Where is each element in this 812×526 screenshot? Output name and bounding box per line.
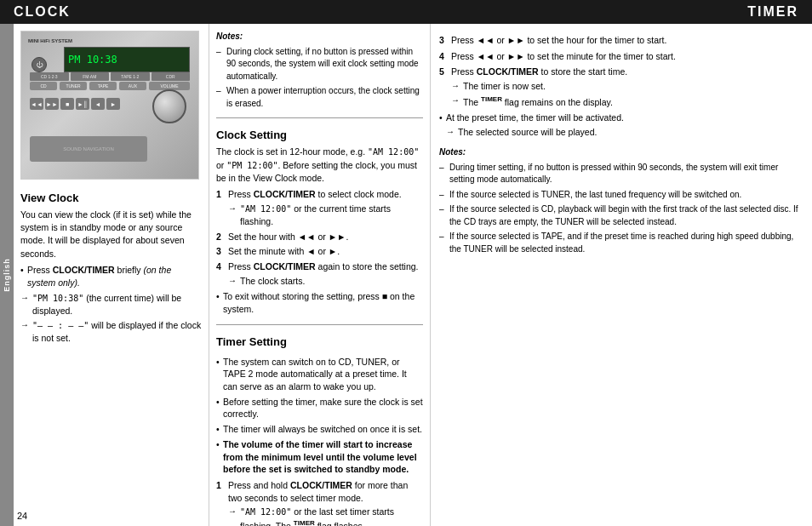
timer-bullet-1: The system can switch on to CD, TUNER, o… bbox=[216, 356, 423, 393]
clock-step-4-arrow: The clock starts. bbox=[228, 275, 423, 288]
view-clock-title: View Clock bbox=[20, 192, 202, 204]
clock-step-2: 2 Set the hour with ◄◄ or ►►. bbox=[216, 231, 423, 243]
view-clock-bullet-1: Press CLOCK/TIMER briefly (on the system… bbox=[20, 264, 202, 289]
timer-step-1-arrow1: "AM 12:00" or the last set timer starts … bbox=[228, 506, 423, 526]
view-clock-arrow-1: "PM 10:38" (the current time) will be di… bbox=[20, 292, 202, 317]
btn-stop: ■ bbox=[60, 98, 74, 110]
divider-2 bbox=[216, 324, 423, 325]
timer-bullet-3: The timer will always be switched on onc… bbox=[216, 423, 423, 436]
clock-step-1: 1 Press CLOCK/TIMER to select clock mode… bbox=[216, 188, 423, 227]
right-bullet-1: At the preset time, the timer will be ac… bbox=[439, 111, 803, 138]
timer-bullets: The system can switch on to CD, TUNER, o… bbox=[216, 356, 423, 476]
right-note-1: During timer setting, if no button is pr… bbox=[439, 162, 803, 186]
right-step-4: 4 Press ◄◄ or ►► to set the minute for t… bbox=[439, 50, 803, 63]
device-knob bbox=[152, 89, 186, 123]
right-step-5-arrow1: The timer is now set. bbox=[451, 80, 803, 93]
right-steps: 3 Press ◄◄ or ►► to set the hour for the… bbox=[439, 31, 803, 141]
device-cd-label: SOUND NAVIGATION bbox=[63, 146, 113, 152]
divider-1 bbox=[216, 117, 423, 118]
device-body: MINI HiFi SYSTEM ⏻ PM 10:38 CD 1·2·3 FM·… bbox=[21, 31, 198, 179]
btn-play-pause: ►║ bbox=[76, 98, 89, 110]
main-content: MINI HiFi SYSTEM ⏻ PM 10:38 CD 1·2·3 FM·… bbox=[14, 24, 812, 526]
right-notes-title: Notes: bbox=[439, 146, 803, 159]
device-cd-slot: SOUND NAVIGATION bbox=[30, 136, 147, 162]
btn-tuner: TUNER bbox=[60, 82, 87, 90]
top-note-1: During clock setting, if no button is pr… bbox=[216, 46, 423, 83]
top-note-2: When a power interruption occurs, the cl… bbox=[216, 85, 423, 110]
source-cdr: CDR bbox=[152, 72, 191, 81]
right-step-5-arrow2: The TIMER flag remains on the display. bbox=[451, 94, 803, 108]
right-extra-bullets: At the preset time, the timer will be ac… bbox=[439, 111, 803, 138]
view-clock-bullets: Press CLOCK/TIMER briefly (on the system… bbox=[20, 264, 202, 289]
left-column: MINI HiFi SYSTEM ⏻ PM 10:38 CD 1·2·3 FM·… bbox=[14, 24, 209, 526]
top-notes-title: Notes: bbox=[216, 31, 423, 43]
right-notes: Notes: During timer setting, if no butto… bbox=[439, 146, 803, 258]
device-image: MINI HiFi SYSTEM ⏻ PM 10:38 CD 1·2·3 FM·… bbox=[20, 31, 199, 180]
timer-setting-title: Timer Setting bbox=[216, 335, 423, 348]
device-mini-label: MINI HiFi SYSTEM bbox=[28, 38, 72, 43]
right-note-2: If the source selected is TUNER, the las… bbox=[439, 189, 803, 202]
clock-setting-body: The clock is set in 12-hour mode, e.g. "… bbox=[216, 146, 423, 319]
btn-prev-prev: ◄◄ bbox=[30, 98, 43, 110]
top-notes: Notes: During clock setting, if no butto… bbox=[216, 31, 423, 112]
clock-setting-steps: 1 Press CLOCK/TIMER to select clock mode… bbox=[216, 188, 423, 287]
header-timer-title: TIMER bbox=[747, 4, 798, 20]
clock-step-1-arrow: "AM 12:00" or the current time starts fl… bbox=[228, 203, 423, 228]
device-display: PM 10:38 bbox=[64, 47, 190, 72]
right-step-3: 3 Press ◄◄ or ►► to set the hour for the… bbox=[439, 34, 803, 47]
btn-prev: ◄ bbox=[91, 98, 105, 110]
side-language-label: English bbox=[0, 24, 14, 526]
right-note-4: If the source selected is TAPE, and if t… bbox=[439, 231, 803, 255]
header-clock-title: CLOCK bbox=[14, 4, 71, 20]
source-cd123: CD 1·2·3 bbox=[30, 72, 69, 81]
btn-next: ► bbox=[106, 98, 120, 110]
view-clock-description: You can view the clock (if it is set) wh… bbox=[20, 209, 202, 260]
btn-tape: TAPE bbox=[89, 82, 117, 90]
right-step-5: 5 Press CLOCK/TIMER to store the start t… bbox=[439, 66, 803, 108]
clock-step-3: 3 Set the minute with ◄ or ►. bbox=[216, 245, 423, 258]
right-numbered-steps: 3 Press ◄◄ or ►► to set the hour for the… bbox=[439, 34, 803, 108]
device-source-buttons: CD 1·2·3 FM·AM TAPE 1·2 CDR bbox=[30, 72, 190, 81]
view-clock-arrow-2: "– – : – –" will be displayed if the clo… bbox=[20, 319, 202, 345]
clock-extra-bullet: To exit without storing the setting, pre… bbox=[216, 290, 423, 315]
btn-aux: AUX bbox=[119, 82, 146, 90]
source-tape: TAPE 1·2 bbox=[111, 72, 150, 81]
right-column: 3 Press ◄◄ or ►► to set the hour for the… bbox=[431, 24, 812, 526]
device-standby-button: ⏻ bbox=[31, 57, 47, 72]
clock-setting-extra: To exit without storing the setting, pre… bbox=[216, 290, 423, 315]
timer-bullet-4: The volume of the timer will start to in… bbox=[216, 438, 423, 476]
source-fmam: FM·AM bbox=[71, 72, 110, 81]
header: CLOCK TIMER bbox=[0, 0, 812, 24]
right-note-3: If the source selected is CD, playback w… bbox=[439, 203, 803, 228]
timer-steps: 1 Press and hold CLOCK/TIMER for more th… bbox=[216, 479, 423, 526]
right-bullet-1-arrow: The selected source will be played. bbox=[446, 126, 803, 139]
clock-setting-intro: The clock is set in 12-hour mode, e.g. "… bbox=[216, 146, 423, 185]
clock-step-4: 4 Press CLOCK/TIMER again to store the s… bbox=[216, 260, 423, 287]
timer-setting-body: The system can switch on to CD, TUNER, o… bbox=[216, 352, 423, 526]
clock-setting-title: Clock Setting bbox=[216, 129, 423, 141]
btn-cd: CD bbox=[30, 82, 57, 90]
view-clock-body: You can view the clock (if it is set) wh… bbox=[20, 209, 202, 346]
timer-bullet-2: Before setting the timer, make sure the … bbox=[216, 396, 423, 420]
btn-next-next: ►► bbox=[45, 98, 59, 110]
clock-timer-bold: CLOCK/TIMER bbox=[53, 265, 115, 275]
middle-column: Notes: During clock setting, if no butto… bbox=[209, 24, 431, 526]
device-display-text: PM 10:38 bbox=[68, 54, 117, 66]
timer-step-1: 1 Press and hold CLOCK/TIMER for more th… bbox=[216, 479, 423, 526]
page-number: 24 bbox=[17, 511, 27, 521]
